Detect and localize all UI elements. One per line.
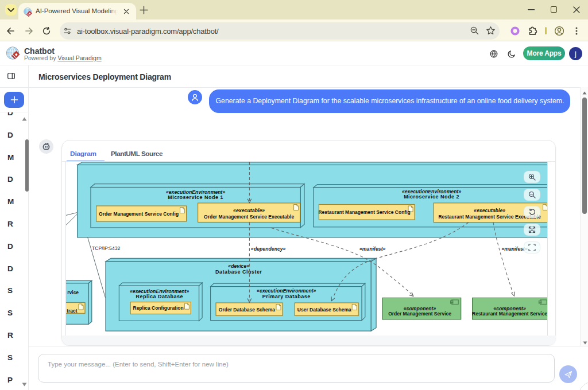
svg-text:Database Cluster: Database Cluster	[215, 269, 262, 275]
svg-text:«executable»: «executable»	[233, 208, 265, 213]
svg-text:rvice: rvice	[68, 290, 79, 295]
svg-text:«executionEnvironment»: «executionEnvironment»	[257, 288, 316, 294]
svg-text:«dependency»: «dependency»	[251, 246, 286, 252]
svg-text:User Database Schema: User Database Schema	[297, 307, 351, 313]
svg-text:Replica Configuration: Replica Configuration	[133, 305, 184, 311]
svg-text:«component»: «component»	[494, 306, 527, 311]
svg-text:Order Database Schema: Order Database Schema	[219, 307, 275, 313]
svg-text:Replica Database: Replica Database	[136, 294, 183, 299]
svg-text:«executable»: «executable»	[474, 208, 505, 213]
svg-text:TCP/IP:5432: TCP/IP:5432	[92, 245, 120, 251]
svg-text:Order Management Service Execu: Order Management Service Executable	[204, 214, 294, 220]
svg-text:Microservice Node 2: Microservice Node 2	[404, 194, 460, 200]
svg-text:«component»: «component»	[404, 306, 436, 311]
svg-text:Order Management Service Confi: Order Management Service Config	[99, 211, 179, 217]
svg-text:Restaurant Management Service: Restaurant Management Service Config	[319, 209, 411, 215]
svg-text:Primary Database: Primary Database	[262, 294, 311, 299]
svg-text:Order Management Service: Order Management Service	[389, 311, 452, 317]
svg-text:Restaurant Management Service: Restaurant Management Service	[472, 311, 547, 317]
svg-text:Microservice Node 1: Microservice Node 1	[168, 194, 224, 200]
svg-text:«manifest»: «manifest»	[359, 246, 386, 252]
svg-text:tract: tract	[67, 308, 78, 314]
